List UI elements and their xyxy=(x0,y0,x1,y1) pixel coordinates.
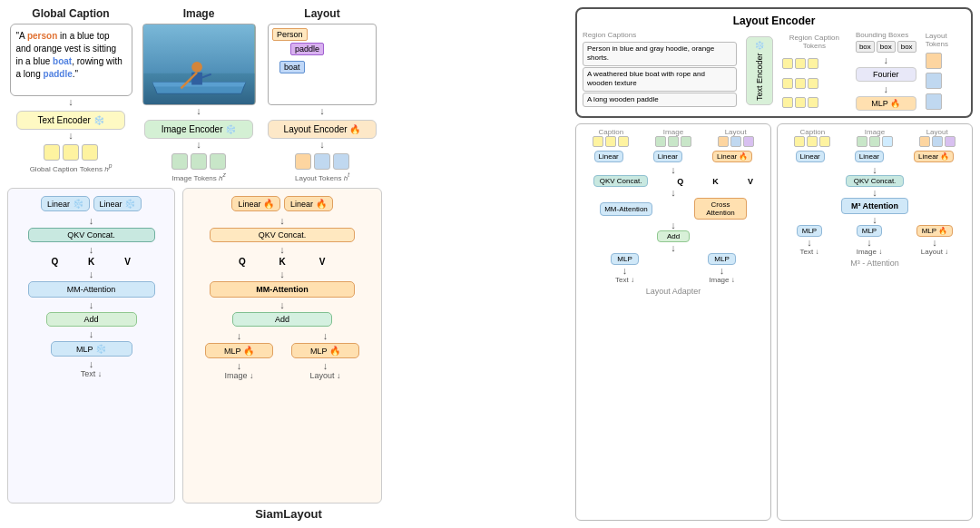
m3-att-wrap: M³ Attention xyxy=(781,198,968,214)
la-image-out: Image ↓ xyxy=(709,276,734,284)
la-qkv-row: QKV Concat. Q K V xyxy=(580,175,767,187)
la-q-label: Q xyxy=(677,175,683,187)
la-k-label: K xyxy=(712,175,719,187)
text-linear2: Linear ❄️ xyxy=(93,196,142,211)
le-caption-1: Person in blue and gray hoodie, orange s… xyxy=(583,42,737,66)
token-1 xyxy=(44,144,60,161)
region-captions-label: Region Captions xyxy=(583,31,737,39)
text-qkv: QKV Concat. xyxy=(28,228,155,242)
m3-mlp1-col: MLP ↓ Text ↓ xyxy=(797,225,822,256)
m3-linear3: Linear 🔥 xyxy=(914,151,954,162)
text-encoder-label: Text Encoder ❄️ xyxy=(37,115,103,125)
m3-image-label: Image xyxy=(865,128,885,136)
m3-mlp-row: MLP ↓ Text ↓ MLP ↓ Image ↓ MLP 🔥 ↓ Layou… xyxy=(781,225,968,256)
text-mm-attention: MM-Attention xyxy=(28,281,155,298)
token-3 xyxy=(82,144,98,161)
center-mm-attention: MM-Attention xyxy=(210,281,355,298)
la-text-out: Text ↓ xyxy=(615,276,634,284)
le-bbox-col: Bounding Boxes box box box ↓ Fourier ↓ M… xyxy=(856,31,916,111)
m3-mlp3-col: MLP 🔥 ↓ Layout ↓ xyxy=(916,225,954,256)
bbox-arrow: ↓ xyxy=(856,54,916,65)
le-caption-3: A long wooden paddle xyxy=(583,93,737,107)
text-arrow3: ↓ xyxy=(89,269,94,279)
text-output: Text ↓ xyxy=(81,369,103,378)
top-row: Global Caption "A person in a blue top a… xyxy=(7,7,570,182)
rct-t6 xyxy=(808,78,818,89)
global-caption-col: Global Caption "A person in a blue top a… xyxy=(7,7,134,182)
image-col-title: Image xyxy=(183,7,215,20)
le-text-encoder: Text Encoder ❄️ xyxy=(746,36,773,105)
le-text-encoder-wrap: Text Encoder ❄️ xyxy=(746,31,773,111)
m3-mlp3: MLP 🔥 xyxy=(916,225,954,237)
text-qkv-row: Q K V xyxy=(39,257,144,267)
m3-linear1: Linear xyxy=(796,151,825,162)
rct-row2 xyxy=(782,78,847,89)
la-mlp2-col: MLP ↓ Image ↓ xyxy=(708,253,735,284)
image-token-label: Image Tokens hz xyxy=(172,171,226,182)
siamlayout-section: Global Caption "A person in a blue top a… xyxy=(7,7,570,521)
m3-linear2: Linear xyxy=(855,151,884,162)
image-encoder-box: Image Encoder ❄️ xyxy=(144,120,253,139)
la-token-header: Caption Image xyxy=(580,128,767,147)
m3-linear-row: Linear Linear Linear 🔥 xyxy=(781,151,968,162)
la-it2 xyxy=(668,136,679,147)
center-arrow2: ↓ xyxy=(279,244,285,255)
la-arrow4: ↓ xyxy=(580,242,767,253)
m3-mlp2-col: MLP ↓ Image ↓ xyxy=(857,225,882,256)
m3-qkv-wrap: QKV Concat. xyxy=(781,175,968,187)
la-lt1 xyxy=(718,136,729,147)
siamlayout-title: SiamLayout xyxy=(7,507,570,521)
m3-lt1 xyxy=(919,136,930,147)
m3-arrow2: ↓ xyxy=(781,187,968,198)
rct-t4 xyxy=(782,78,793,89)
right-section: Layout Encoder Region Captions Person in… xyxy=(575,7,973,521)
la-qkv-concat: QKV Concat. xyxy=(593,175,648,187)
token-2 xyxy=(63,144,79,161)
text-encoder-box: Text Encoder ❄️ xyxy=(16,111,125,130)
text-linear1: Linear ❄️ xyxy=(41,196,90,211)
m3-arrow4b: ↓ xyxy=(867,237,872,248)
m3-mlp2: MLP xyxy=(857,225,882,237)
layout-paddle: paddle xyxy=(290,43,324,55)
arrow-caption-encoder: ↓ xyxy=(68,96,74,107)
image-layout-branch: Linear 🔥 Linear 🔥 ↓ QKV Concat. ↓ Q K V … xyxy=(182,188,382,504)
m3-image-tok-row xyxy=(857,136,893,147)
m3-attention: Caption Image xyxy=(777,123,973,521)
la-caption-tokens: Caption xyxy=(593,128,629,147)
le-rct-col: Region Caption Tokens xyxy=(782,31,847,111)
layout-encoder-title: Layout Encoder xyxy=(583,15,965,27)
m3-it3 xyxy=(882,136,893,147)
center-arrow1: ↓ xyxy=(279,215,285,226)
text-branch: Linear ❄️ Linear ❄️ ↓ QKV Concat. ↓ Q K … xyxy=(7,188,175,504)
center-linear2: Linear 🔥 xyxy=(284,196,333,211)
fourier-arrow: ↓ xyxy=(856,83,916,94)
center-qkv: QKV Concat. xyxy=(210,228,355,242)
bbox-row1: box box box xyxy=(856,41,916,53)
center-mlp2: MLP 🔥 xyxy=(291,343,359,358)
m3-ct1 xyxy=(794,136,805,147)
center-linear-row: Linear 🔥 Linear 🔥 xyxy=(231,194,332,213)
rct-t3 xyxy=(808,58,818,69)
m3-qkv-concat: QKV Concat. xyxy=(846,175,905,187)
la-it3 xyxy=(681,136,691,147)
la-linear1: Linear xyxy=(594,151,623,162)
m3-it1 xyxy=(857,136,867,147)
rct-t9 xyxy=(808,97,818,108)
text-k-label: K xyxy=(75,257,108,267)
boat-image-svg xyxy=(143,24,255,104)
la-caption-tok-row xyxy=(593,136,629,147)
layout-encoder-box: Layout Encoder Region Captions Person in… xyxy=(575,7,973,118)
m3-layout-tokens: Layout xyxy=(919,128,956,147)
caption-paddle: paddle xyxy=(44,69,73,79)
center-k-label: K xyxy=(264,257,300,267)
m3-lt3 xyxy=(945,136,956,147)
m3-caption-tokens: Caption xyxy=(794,128,830,147)
box-label1: box xyxy=(856,41,875,53)
m3-layout-out: Layout ↓ xyxy=(921,248,948,256)
image-col: Image xyxy=(140,7,258,182)
la-caption-label: Caption xyxy=(599,128,624,136)
le-captions-col: Region Captions Person in blue and gray … xyxy=(583,31,737,111)
rct-t5 xyxy=(795,78,806,89)
la-add: Add xyxy=(657,230,690,242)
layout-encoder-box-small: Layout Encoder 🔥 xyxy=(268,120,377,139)
